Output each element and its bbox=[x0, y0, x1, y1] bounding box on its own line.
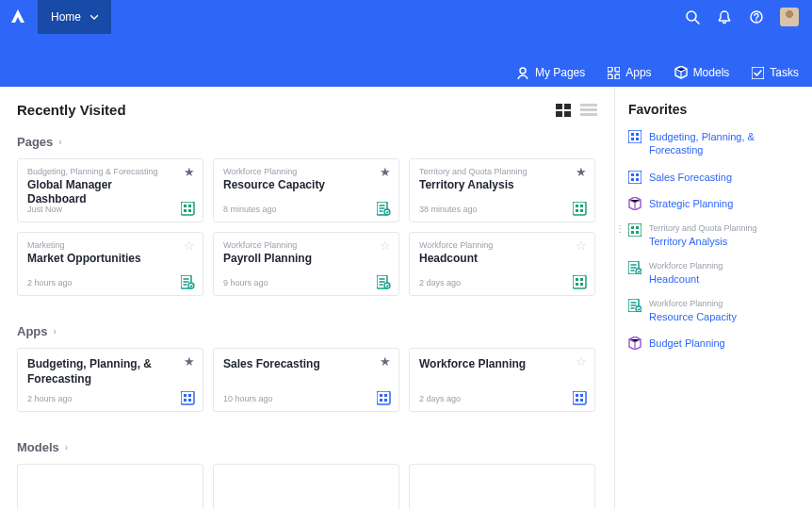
chevron-right-icon: › bbox=[65, 442, 68, 452]
navbar: My Pages Apps Models Tasks bbox=[516, 66, 799, 79]
chevron-right-icon: › bbox=[54, 326, 57, 337]
favorite-item[interactable]: Budgeting, Planning, & Forecasting bbox=[628, 130, 799, 157]
card-type-icon bbox=[376, 390, 391, 405]
nav-tasks[interactable]: Tasks bbox=[752, 66, 799, 79]
nav-apps[interactable]: Apps bbox=[608, 66, 651, 79]
favorite-type-icon bbox=[628, 130, 641, 143]
favorite-star[interactable]: ☆ bbox=[576, 238, 587, 253]
drag-handle-icon[interactable]: ⋮⋮ bbox=[615, 223, 632, 234]
favorite-star[interactable]: ★ bbox=[184, 354, 195, 369]
card-type-icon bbox=[572, 390, 587, 405]
favorite-type-icon bbox=[628, 261, 641, 274]
favorite-label: Strategic Planning bbox=[649, 198, 733, 209]
favorite-item[interactable]: Workforce PlanningResource Capacity bbox=[628, 299, 799, 323]
favorite-label: Resource Capacity bbox=[649, 311, 737, 322]
notifications-button[interactable] bbox=[716, 8, 733, 25]
card-type-icon bbox=[180, 201, 195, 216]
favorite-star[interactable]: ★ bbox=[380, 165, 391, 179]
section-apps-header[interactable]: Apps› bbox=[17, 324, 597, 338]
model-card-placeholder[interactable] bbox=[409, 464, 595, 509]
section-models-header[interactable]: Models› bbox=[17, 440, 597, 454]
chevron-right-icon: › bbox=[58, 137, 61, 147]
favorite-type-icon bbox=[628, 299, 641, 312]
card-parent: Marketing bbox=[27, 240, 193, 251]
user-icon bbox=[516, 66, 529, 79]
content-card[interactable]: Territory and Quota PlanningTerritory An… bbox=[409, 158, 595, 222]
search-button[interactable] bbox=[684, 8, 701, 25]
grid-view-button[interactable] bbox=[556, 104, 573, 117]
model-card-placeholder[interactable] bbox=[17, 464, 203, 509]
logo-icon bbox=[11, 9, 26, 25]
model-card-placeholder[interactable] bbox=[213, 464, 399, 509]
card-parent: Territory and Quota Planning bbox=[419, 167, 585, 177]
card-type-icon bbox=[572, 274, 587, 289]
brand-logo[interactable] bbox=[0, 0, 38, 34]
favorite-item[interactable]: Workforce PlanningHeadcount bbox=[628, 261, 799, 286]
content-card[interactable]: Workforce Planning2 days ago☆ bbox=[409, 348, 595, 412]
content-card[interactable]: Workforce PlanningPayroll Planning9 hour… bbox=[213, 232, 399, 296]
favorite-parent: Workforce Planning bbox=[649, 261, 723, 272]
content-card[interactable]: Budgeting, Planning & ForecastingGlobal … bbox=[17, 158, 203, 222]
favorite-label: Territory Analysis bbox=[649, 236, 727, 247]
card-title: Payroll Planning bbox=[223, 252, 365, 267]
page-title: Recently Visited bbox=[17, 102, 126, 118]
favorite-star[interactable]: ★ bbox=[184, 165, 195, 179]
home-dropdown[interactable]: Home bbox=[38, 0, 111, 34]
card-timestamp: 10 hours ago bbox=[223, 394, 273, 403]
nav-my-pages[interactable]: My Pages bbox=[516, 66, 585, 79]
card-type-icon bbox=[180, 390, 195, 405]
chevron-down-icon bbox=[90, 15, 98, 20]
card-timestamp: 2 hours ago bbox=[27, 278, 73, 287]
card-title: Workforce Planning bbox=[419, 357, 560, 372]
card-title: Territory Analysis bbox=[419, 178, 560, 193]
help-button[interactable] bbox=[748, 8, 765, 25]
favorite-item[interactable]: ⋮⋮Territory and Quota PlanningTerritory … bbox=[628, 223, 799, 248]
favorite-item[interactable]: Strategic Planning bbox=[628, 197, 799, 210]
section-pages-header[interactable]: Pages› bbox=[17, 135, 597, 149]
favorite-type-icon bbox=[628, 171, 641, 184]
favorite-star[interactable]: ☆ bbox=[380, 238, 391, 253]
card-timestamp: Just Now bbox=[27, 205, 62, 214]
card-timestamp: 9 hours ago bbox=[223, 278, 268, 287]
bell-icon bbox=[718, 10, 731, 24]
content-card[interactable]: Workforce PlanningResource Capacity8 min… bbox=[213, 158, 399, 222]
favorite-star[interactable]: ★ bbox=[380, 354, 391, 369]
user-avatar[interactable] bbox=[780, 8, 799, 26]
favorite-label: Budgeting, Planning, & Forecasting bbox=[649, 131, 755, 156]
card-title: Sales Forecasting bbox=[223, 357, 365, 372]
list-view-button[interactable] bbox=[580, 104, 597, 117]
nav-models[interactable]: Models bbox=[674, 66, 730, 79]
card-parent: Budgeting, Planning & Forecasting bbox=[27, 167, 193, 177]
content-card[interactable]: Sales Forecasting10 hours ago★ bbox=[213, 348, 399, 412]
favorite-parent: Territory and Quota Planning bbox=[649, 223, 757, 235]
favorite-type-icon bbox=[628, 197, 641, 210]
favorite-item[interactable]: Budget Planning bbox=[628, 337, 799, 350]
tasks-icon bbox=[752, 67, 764, 79]
card-type-icon bbox=[180, 274, 195, 289]
card-type-icon bbox=[572, 201, 587, 216]
content-card[interactable]: MarketingMarket Opportunities2 hours ago… bbox=[17, 232, 203, 296]
card-timestamp: 8 minutes ago bbox=[223, 205, 277, 214]
card-timestamp: 38 minutes ago bbox=[419, 205, 478, 214]
favorites-sidebar: Favorites Budgeting, Planning, & Forecas… bbox=[614, 87, 812, 509]
favorite-star[interactable]: ★ bbox=[576, 165, 587, 179]
card-timestamp: 2 hours ago bbox=[27, 394, 73, 403]
help-icon bbox=[750, 10, 763, 24]
content-card[interactable]: Budgeting, Planning, & Forecasting2 hour… bbox=[17, 348, 203, 412]
topbar: Home bbox=[0, 0, 812, 34]
home-label: Home bbox=[51, 10, 81, 24]
card-type-icon bbox=[376, 201, 391, 216]
content-card[interactable]: Workforce PlanningHeadcount2 days ago☆ bbox=[409, 232, 595, 296]
header: Home My Pages Apps Models Tasks bbox=[0, 0, 812, 87]
cube-icon bbox=[674, 66, 688, 79]
favorite-star[interactable]: ☆ bbox=[184, 238, 195, 253]
card-title: Headcount bbox=[419, 252, 560, 267]
card-parent: Workforce Planning bbox=[223, 240, 389, 251]
favorite-label: Headcount bbox=[649, 273, 699, 285]
favorite-item[interactable]: Sales Forecasting bbox=[628, 171, 799, 184]
favorite-star[interactable]: ☆ bbox=[576, 354, 587, 369]
card-title: Global Manager Dashboard bbox=[27, 178, 169, 207]
view-toggle bbox=[556, 104, 597, 117]
card-title: Budgeting, Planning, & Forecasting bbox=[27, 357, 169, 386]
favorite-type-icon bbox=[628, 337, 641, 350]
